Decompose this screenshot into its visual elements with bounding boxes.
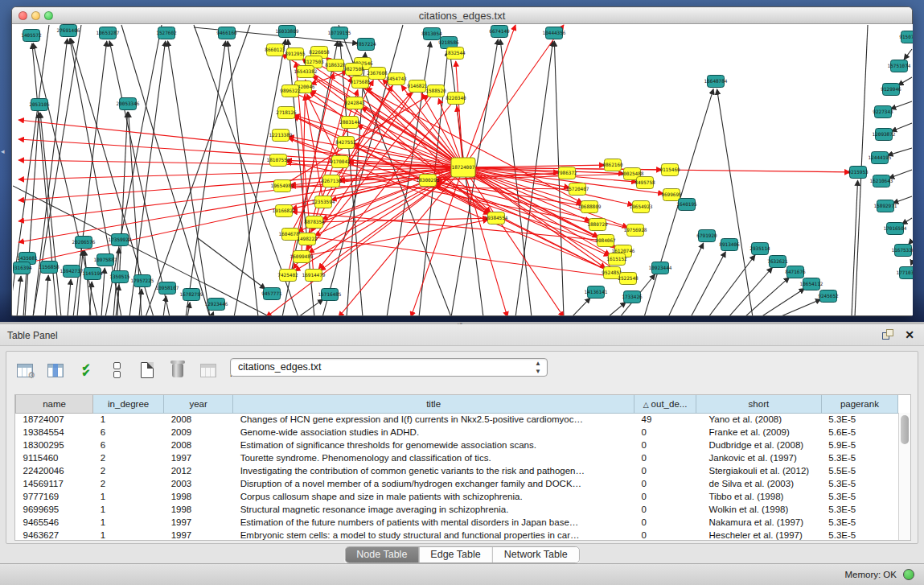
table-cell[interactable]: 2 — [93, 451, 164, 464]
table-cell[interactable]: 9777169 — [16, 490, 93, 503]
yellow-node[interactable]: 1588520 — [425, 85, 446, 97]
yellow-node[interactable]: 2522548 — [618, 273, 639, 285]
table-row[interactable]: 1872400712008Changes of HCN gene express… — [16, 413, 898, 426]
teal-node[interactable]: 13942737 — [60, 266, 84, 278]
table-cell[interactable]: 2009 — [164, 426, 233, 439]
yellow-node[interactable]: 19654923 — [630, 201, 653, 213]
float-panel-icon[interactable] — [882, 329, 893, 340]
window-titlebar[interactable]: citations_edges.txt — [12, 7, 912, 24]
table-source-dropdown[interactable]: citations_edges.txt ▲▼ — [230, 358, 548, 377]
table-cell[interactable]: 9115460 — [16, 451, 93, 464]
teal-node[interactable]: 9129946 — [881, 84, 901, 96]
yellow-node[interactable]: 1615152 — [606, 253, 627, 266]
teal-node[interactable]: 9245652 — [818, 290, 839, 303]
yellow-node[interactable]: 8427552 — [335, 137, 356, 149]
teal-node[interactable]: 6791920 — [696, 230, 717, 242]
table-cell[interactable]: 0 — [634, 439, 696, 451]
table-cell[interactable]: 5.5E-5 — [821, 464, 897, 477]
teal-node[interactable]: 1733426 — [622, 291, 643, 303]
column-header-name[interactable]: name — [16, 395, 93, 413]
table-cell[interactable]: 1 — [93, 413, 164, 426]
table-cell[interactable]: 2012 — [164, 464, 233, 477]
yellow-node[interactable]: 2718126 — [276, 107, 297, 119]
yellow-node[interactable]: 16099489 — [290, 251, 314, 263]
table-cell[interactable]: Franke et al. (2009) — [696, 426, 821, 439]
new-column-button[interactable] — [137, 360, 158, 381]
teal-node[interactable]: 20206576 — [72, 237, 96, 249]
teal-node[interactable]: 14136141 — [585, 286, 608, 299]
yellow-node[interactable]: 9862160 — [602, 159, 623, 171]
teal-node[interactable]: 20053346 — [117, 98, 140, 110]
table-cell[interactable]: 5.3E-5 — [821, 413, 897, 426]
teal-node[interactable]: 1145194 — [82, 268, 103, 280]
yellow-node[interactable]: 2367608 — [367, 68, 388, 80]
teal-node[interactable]: 10654112 — [800, 278, 823, 290]
teal-node[interactable]: 8471676 — [785, 266, 806, 278]
teal-node[interactable]: 9466160 — [216, 27, 237, 39]
yellow-node[interactable]: 19384554 — [485, 212, 508, 225]
teal-node[interactable]: 8813054 — [421, 28, 442, 40]
table-cell[interactable]: Genome-wide association studies in ADHD. — [233, 426, 634, 439]
table-cell[interactable]: 22420046 — [16, 464, 93, 477]
table-cell[interactable]: 1 — [93, 503, 164, 516]
table-cell[interactable]: 5.3E-5 — [821, 503, 897, 516]
table-cell[interactable]: Tibbo et al. (1998) — [696, 490, 821, 503]
yellow-node[interactable]: 19166827 — [273, 205, 296, 217]
table-cell[interactable]: 1998 — [164, 490, 233, 503]
table-cell[interactable]: 14569117 — [16, 477, 93, 490]
table-cell[interactable]: Tourette syndrome. Phenomenology and cla… — [233, 451, 634, 464]
teal-node[interactable]: 27691406 — [57, 25, 80, 37]
table-cell[interactable]: 2008 — [164, 439, 233, 451]
table-cell[interactable]: 5.3E-5 — [821, 490, 897, 503]
yellow-node[interactable]: 9115460 — [659, 164, 680, 176]
yellow-node[interactable]: 1832544 — [445, 47, 466, 60]
table-cell[interactable]: 2003 — [164, 477, 233, 490]
teal-node[interactable]: 16210643 — [870, 175, 893, 187]
teal-node[interactable]: 9150754 — [899, 31, 913, 43]
table-cell[interactable]: 0 — [634, 477, 696, 490]
teal-node[interactable]: 10653287 — [97, 27, 120, 39]
yellow-node[interactable]: 16914479 — [302, 270, 326, 282]
table-cell[interactable]: 6 — [93, 439, 164, 451]
teal-node[interactable]: 12093872 — [873, 129, 896, 141]
teal-node[interactable]: 12444195 — [869, 152, 892, 164]
teal-node[interactable]: 10444356 — [543, 27, 566, 39]
table-cell[interactable]: 1997 — [164, 451, 233, 464]
hub-node[interactable]: 18724007 — [451, 158, 475, 177]
row-options-button[interactable] — [106, 360, 127, 381]
table-cell[interactable]: de Silva et al. (2003) — [696, 477, 821, 490]
tab-edge-table[interactable]: Edge Table — [418, 547, 491, 562]
table-cell[interactable]: 0 — [634, 503, 696, 516]
table-row[interactable]: 946362711997Embryonic stem cells: a mode… — [16, 529, 898, 542]
yellow-node[interactable]: 8660123 — [265, 44, 285, 56]
yellow-node[interactable]: 9084067 — [595, 235, 616, 247]
table-cell[interactable]: Structural magnetic resonance image aver… — [233, 503, 634, 516]
tab-network-table[interactable]: Network Table — [492, 547, 579, 562]
yellow-node[interactable]: 1498222 — [297, 233, 318, 245]
table-cell[interactable]: 5.3E-5 — [821, 516, 897, 529]
teal-node[interactable]: 2053105 — [29, 99, 50, 111]
teal-node[interactable]: 6674149 — [489, 26, 510, 38]
table-row[interactable]: 1938455462009Genome-wide association stu… — [16, 426, 898, 439]
yellow-node[interactable]: 9242843 — [344, 97, 365, 109]
table-cell[interactable]: Estimation of significance thresholds fo… — [233, 439, 634, 451]
panel-collapse-arrow-icon[interactable]: ◂ — [1, 147, 5, 155]
table-row[interactable]: 1456911722003Disruption of a novel membe… — [16, 477, 898, 490]
table-scrollbar-thumb[interactable] — [901, 415, 909, 444]
column-header-in_degree[interactable]: in_degree — [93, 395, 164, 413]
table-cell[interactable]: 0 — [634, 516, 696, 529]
yellow-node[interactable]: 19756928 — [624, 225, 647, 237]
teal-node[interactable]: 17016504 — [884, 223, 907, 235]
yellow-node[interactable]: 8267130 — [321, 175, 342, 187]
table-cell[interactable]: 2008 — [164, 413, 233, 426]
table-cell[interactable]: Embryonic stem cells: a model to study s… — [233, 529, 634, 542]
teal-node[interactable]: 1405572 — [21, 30, 42, 42]
table-cell[interactable]: 1 — [93, 529, 164, 542]
table-cell[interactable]: 5.6E-5 — [821, 426, 897, 439]
column-header-short[interactable]: short — [696, 395, 821, 413]
teal-node[interactable]: 9227343 — [873, 106, 893, 118]
table-scrollbar[interactable] — [898, 413, 910, 540]
table-cell[interactable]: 9463627 — [16, 529, 93, 542]
table-cell[interactable]: Yano et al. (2008) — [696, 413, 821, 426]
teal-node[interactable]: 9316394 — [13, 262, 32, 274]
